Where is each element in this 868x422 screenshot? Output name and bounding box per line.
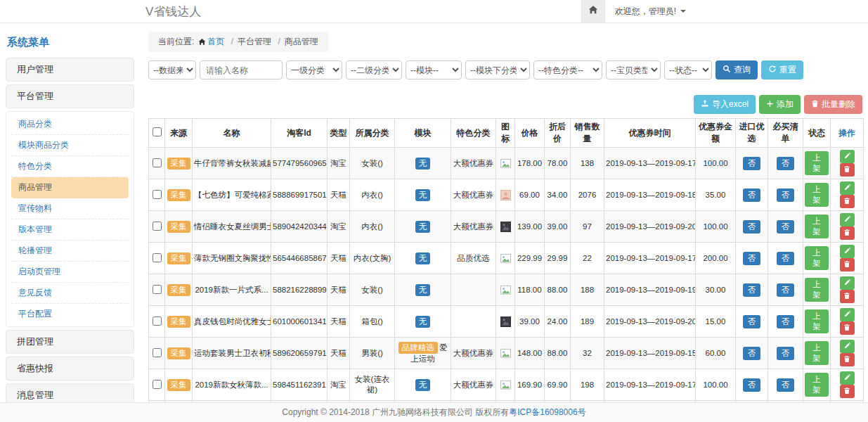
row-checkbox[interactable] bbox=[153, 348, 162, 357]
edit-icon bbox=[843, 278, 851, 288]
status-button[interactable]: 上架 bbox=[805, 373, 829, 397]
filter-select-module[interactable]: --模块-- bbox=[406, 60, 462, 79]
column-header: 模块 bbox=[395, 119, 451, 148]
delete-button[interactable] bbox=[840, 163, 855, 177]
row-checkbox[interactable] bbox=[153, 190, 162, 199]
breadcrumb-prefix: 当前位置: bbox=[158, 37, 194, 46]
sidebar-item[interactable]: 平台配置 bbox=[11, 304, 129, 324]
status-button[interactable]: 上架 bbox=[805, 183, 829, 207]
delete-button[interactable] bbox=[840, 353, 855, 366]
breadcrumb-separator: / bbox=[231, 37, 233, 46]
must-buy-toggle[interactable]: 否 bbox=[777, 188, 795, 202]
row-checkbox[interactable] bbox=[153, 253, 162, 262]
filter-select-data-source[interactable]: --数据来源-- bbox=[148, 60, 196, 79]
sidebar-group-1[interactable]: 用户管理 bbox=[6, 58, 134, 82]
discount-price: 88.00 bbox=[545, 338, 571, 369]
sidebar-group-13[interactable]: 拼团管理 bbox=[6, 330, 134, 354]
coupon-time: 2019-09-13—2019-09-20 bbox=[604, 211, 696, 243]
import-select-toggle[interactable]: 否 bbox=[743, 252, 761, 265]
must-buy-toggle[interactable]: 否 bbox=[777, 220, 795, 234]
must-buy-toggle[interactable]: 否 bbox=[777, 347, 795, 360]
home-button[interactable] bbox=[581, 0, 605, 23]
product-name: 牛仔背带裤女秋装减龄... bbox=[193, 148, 271, 179]
batch-delete-button[interactable]: 批量删除 bbox=[804, 95, 862, 114]
feature-category: 大额优惠券 bbox=[451, 338, 496, 369]
reset-button[interactable]: 重置 bbox=[761, 60, 803, 79]
import-select-toggle[interactable]: 否 bbox=[743, 315, 761, 328]
add-button[interactable]: 添加 bbox=[759, 95, 801, 114]
import-select-toggle[interactable]: 否 bbox=[743, 220, 761, 234]
import-select-toggle[interactable]: 否 bbox=[743, 378, 761, 392]
status-button[interactable]: 上架 bbox=[805, 278, 829, 302]
must-buy-toggle[interactable]: 否 bbox=[777, 157, 795, 170]
filter-select-feature-category[interactable]: --特色分类-- bbox=[533, 60, 602, 79]
status-button[interactable]: 上架 bbox=[805, 341, 829, 365]
edit-button[interactable] bbox=[840, 308, 855, 321]
row-checkbox[interactable] bbox=[153, 285, 162, 294]
sidebar-item[interactable]: 宣传物料 bbox=[11, 198, 129, 219]
select-all-checkbox[interactable] bbox=[153, 127, 162, 136]
row-checkbox[interactable] bbox=[153, 380, 162, 389]
sidebar-group-14[interactable]: 省惠快报 bbox=[6, 357, 134, 381]
sidebar-item[interactable]: 轮播管理 bbox=[11, 241, 129, 262]
status-button[interactable]: 上架 bbox=[805, 309, 829, 333]
row-checkbox[interactable] bbox=[153, 222, 162, 231]
row-checkbox[interactable] bbox=[153, 316, 162, 326]
taoke-id: 601000601341 bbox=[271, 306, 328, 338]
must-buy-toggle[interactable]: 否 bbox=[777, 315, 795, 328]
search-button[interactable]: 查询 bbox=[715, 60, 758, 79]
sidebar-item[interactable]: 意见反馈 bbox=[11, 283, 129, 304]
breadcrumb-home-link[interactable]: 首页 bbox=[207, 37, 224, 46]
sidebar-group-2[interactable]: 平台管理 bbox=[6, 84, 134, 108]
import-select-toggle[interactable]: 否 bbox=[743, 188, 761, 202]
edit-button[interactable] bbox=[840, 371, 855, 385]
source-badge: 采集 bbox=[167, 189, 190, 201]
filter-select-item-type[interactable]: --宝贝类型-- bbox=[606, 60, 661, 79]
filter-select-status[interactable]: --状态-- bbox=[664, 60, 712, 79]
sidebar-item[interactable]: 特色分类 bbox=[11, 156, 129, 177]
must-buy-toggle[interactable]: 否 bbox=[777, 252, 795, 265]
sales: 97 bbox=[571, 211, 604, 243]
sidebar-item[interactable]: 模块商品分类 bbox=[11, 135, 129, 156]
discount-price: 88.00 bbox=[545, 274, 571, 306]
delete-button[interactable] bbox=[840, 290, 855, 303]
status-button[interactable]: 上架 bbox=[805, 151, 829, 175]
filter-select-module-subcategory[interactable]: --模块下分类-- bbox=[465, 60, 530, 79]
edit-icon bbox=[843, 183, 851, 193]
delete-button[interactable] bbox=[840, 321, 855, 335]
delete-button[interactable] bbox=[840, 385, 855, 398]
edit-button[interactable] bbox=[840, 245, 855, 258]
status-button[interactable]: 上架 bbox=[805, 246, 829, 270]
import-select-toggle[interactable]: 否 bbox=[743, 347, 761, 360]
filter-select-category-level1[interactable]: 一级分类 bbox=[286, 60, 342, 79]
edit-button[interactable] bbox=[840, 150, 855, 163]
product-thumbnail bbox=[496, 369, 515, 401]
trash-icon bbox=[811, 100, 819, 110]
edit-button[interactable] bbox=[840, 276, 855, 290]
import-select-toggle[interactable]: 否 bbox=[743, 283, 761, 297]
price: 139.00 bbox=[515, 211, 545, 243]
product-type: 淘宝 bbox=[328, 148, 350, 179]
sidebar-item-active[interactable]: 商品管理 bbox=[11, 177, 129, 198]
import-excel-button[interactable]: 导入excel bbox=[694, 95, 756, 114]
icp-link[interactable]: 粤ICP备16098006号 bbox=[509, 407, 585, 418]
delete-button[interactable] bbox=[840, 195, 855, 208]
edit-button[interactable] bbox=[840, 213, 855, 226]
status-button[interactable]: 上架 bbox=[805, 215, 829, 238]
delete-button[interactable] bbox=[840, 258, 855, 271]
edit-button[interactable] bbox=[840, 340, 855, 353]
coupon-amount: 60.00 bbox=[696, 338, 736, 369]
row-checkbox[interactable] bbox=[153, 158, 162, 167]
filter-select-category-level2[interactable]: --二级分类-- bbox=[346, 60, 402, 79]
edit-button[interactable] bbox=[840, 181, 855, 195]
filter-name-input[interactable] bbox=[200, 60, 283, 79]
sidebar-item[interactable]: 商品分类 bbox=[11, 114, 129, 135]
must-buy-toggle[interactable]: 否 bbox=[777, 283, 795, 297]
delete-button[interactable] bbox=[840, 226, 855, 240]
user-menu[interactable]: 欢迎您，管理员! bbox=[605, 0, 696, 23]
import-select-toggle[interactable]: 否 bbox=[743, 157, 761, 170]
table-row: 采集运动套装男士卫衣初秋...589620659791天猫男装()品牌精选爱上运… bbox=[149, 338, 864, 369]
sidebar-item[interactable]: 版本管理 bbox=[11, 219, 129, 241]
sidebar-item[interactable]: 启动页管理 bbox=[11, 262, 129, 283]
must-buy-toggle[interactable]: 否 bbox=[777, 378, 795, 392]
